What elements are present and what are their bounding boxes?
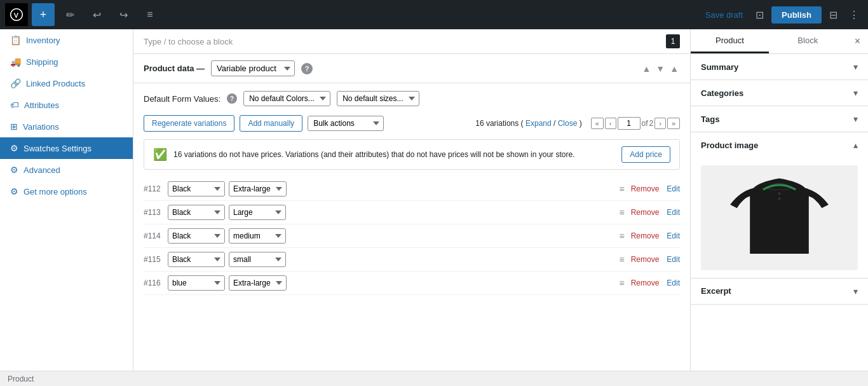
default-form-label: Default Form Values:: [144, 94, 220, 104]
edit-variation-link[interactable]: Edit: [667, 279, 680, 287]
preview-button[interactable]: ⊡: [752, 6, 768, 24]
sidebar-item-get-more-options[interactable]: ⚙ Get more options: [0, 181, 133, 202]
tags-section-header[interactable]: Tags ▾: [691, 106, 868, 132]
tab-product[interactable]: Product: [691, 29, 769, 53]
first-page-button[interactable]: «: [591, 118, 604, 129]
page-input[interactable]: [618, 117, 641, 130]
categories-section-header[interactable]: Categories ▾: [691, 80, 868, 106]
variation-id: #115: [144, 255, 164, 264]
sidebar-item-attributes[interactable]: 🏷 Attributes: [0, 94, 133, 116]
variation-color-select[interactable]: Black: [168, 228, 225, 244]
variation-id: #113: [144, 208, 164, 217]
collapse-down-button[interactable]: ▼: [654, 62, 666, 75]
drag-handle-icon[interactable]: ≡: [619, 184, 624, 194]
settings-button[interactable]: ⊟: [825, 6, 841, 24]
sidebar-item-label: Inventory: [26, 36, 60, 45]
product-type-select[interactable]: Variable product Simple product Grouped …: [211, 60, 295, 76]
attributes-icon: 🏷: [10, 100, 19, 110]
warning-text: 16 variations do not have prices. Variat…: [173, 150, 615, 159]
add-price-button[interactable]: Add price: [621, 146, 670, 163]
expand-link[interactable]: Expand: [526, 119, 552, 128]
left-navigation: 📋 Inventory 🚚 Shipping 🔗 Linked Products…: [0, 29, 133, 386]
default-colors-select[interactable]: No default Colors...: [243, 91, 330, 106]
product-data-label: Product data —: [144, 64, 205, 73]
chevron-down-icon: ▾: [853, 62, 858, 72]
variation-size-select[interactable]: Extra-large: [229, 181, 287, 196]
sidebar-item-inventory[interactable]: 📋 Inventory: [0, 29, 133, 51]
prev-page-button[interactable]: ‹: [605, 118, 616, 129]
variation-size-select[interactable]: small: [229, 252, 286, 267]
undo-button[interactable]: ↩: [85, 3, 108, 26]
tab-block[interactable]: Block: [769, 29, 847, 53]
more-options-button[interactable]: ⋮: [845, 6, 863, 24]
right-sidebar: Product Block × Summary ▾ Categories ▾ T…: [690, 29, 868, 386]
add-manually-button[interactable]: Add manually: [240, 115, 302, 132]
drag-handle-icon[interactable]: ≡: [619, 254, 624, 265]
remove-variation-link[interactable]: Remove: [631, 184, 660, 193]
remove-variation-link[interactable]: Remove: [631, 279, 660, 287]
summary-section-header[interactable]: Summary ▾: [691, 54, 868, 79]
sidebar-item-label: Get more options: [24, 187, 87, 196]
table-row: #115 Black small ≡ Remove Edit: [144, 248, 680, 272]
add-block-button[interactable]: +: [32, 3, 55, 26]
product-image-box[interactable]: [701, 165, 858, 270]
redo-button[interactable]: ↪: [112, 3, 135, 26]
edit-variation-link[interactable]: Edit: [667, 184, 680, 193]
next-page-button[interactable]: ›: [654, 118, 666, 129]
variations-icon: ⊞: [10, 121, 18, 132]
sidebar-item-shipping[interactable]: 🚚 Shipping: [0, 51, 133, 72]
sidebar-item-variations[interactable]: ⊞ Variations: [0, 116, 133, 137]
header-arrows: ▲ ▼ ▲: [641, 62, 680, 75]
drag-handle-icon[interactable]: ≡: [619, 207, 624, 217]
last-page-button[interactable]: »: [667, 118, 680, 129]
variation-size-select[interactable]: medium: [229, 228, 286, 244]
close-sidebar-button[interactable]: ×: [847, 29, 868, 53]
default-sizes-select[interactable]: No default sizes...: [337, 91, 419, 106]
variation-color-select[interactable]: Black: [168, 252, 225, 267]
tags-title: Tags: [701, 114, 719, 124]
variation-color-select[interactable]: blue: [168, 275, 225, 291]
warning-banner: ✅ 16 variations do not have prices. Vari…: [144, 139, 680, 170]
help-icon[interactable]: ?: [301, 63, 313, 74]
variation-size-select[interactable]: Extra-large: [229, 275, 287, 291]
variation-color-select[interactable]: Black: [168, 205, 225, 220]
default-form-help-icon[interactable]: ?: [227, 93, 237, 104]
top-toolbar: + ✏ ↩ ↪ ≡ Save draft ⊡ Publish ⊟ ⋮: [0, 0, 868, 29]
table-row: #116 blue Extra-large ≡ Remove Edit: [144, 272, 680, 295]
save-draft-button[interactable]: Save draft: [700, 8, 748, 22]
edit-button[interactable]: ✏: [58, 3, 81, 26]
collapse-up-button[interactable]: ▲: [641, 62, 652, 75]
svg-point-1: [778, 192, 780, 195]
wp-logo: [5, 3, 28, 26]
more-options-icon: ⚙: [10, 186, 18, 196]
drag-handle-icon[interactable]: ≡: [619, 278, 624, 288]
variation-rows-container: #112 Black Extra-large ≡ Remove Edit #11…: [144, 177, 680, 295]
sidebar-item-label: Swatches Settings: [24, 144, 92, 153]
close-product-data-button[interactable]: ▲: [668, 62, 680, 75]
drag-handle-icon[interactable]: ≡: [619, 231, 624, 241]
list-view-button[interactable]: ≡: [139, 3, 161, 26]
variations-count: 16 variations ( Expand / Close ): [475, 119, 581, 128]
excerpt-section-header[interactable]: Excerpt ▾: [691, 279, 868, 304]
pagination: « ‹ of 2 › »: [591, 117, 680, 130]
block-indicator: 1: [666, 34, 680, 48]
bulk-actions-select[interactable]: Bulk actions: [308, 116, 384, 131]
sidebar-item-linked-products[interactable]: 🔗 Linked Products: [0, 72, 133, 94]
edit-variation-link[interactable]: Edit: [667, 231, 680, 240]
sidebar-item-advanced[interactable]: ⚙ Advanced: [0, 159, 133, 181]
variation-color-select[interactable]: Black: [168, 181, 225, 196]
variation-id: #112: [144, 184, 164, 193]
remove-variation-link[interactable]: Remove: [631, 208, 660, 217]
sidebar-item-swatches-settings[interactable]: ⚙ Swatches Settings: [0, 137, 133, 159]
edit-variation-link[interactable]: Edit: [667, 208, 680, 217]
publish-button[interactable]: Publish: [771, 6, 822, 24]
variation-id: #114: [144, 231, 164, 240]
regenerate-variations-button[interactable]: Regenerate variations: [144, 115, 234, 132]
close-link[interactable]: Close: [558, 119, 578, 128]
shipping-icon: 🚚: [10, 57, 21, 67]
product-image-section-header[interactable]: Product image ▴: [691, 132, 868, 158]
remove-variation-link[interactable]: Remove: [631, 231, 660, 240]
remove-variation-link[interactable]: Remove: [631, 255, 660, 264]
variation-size-select[interactable]: Large: [229, 205, 286, 220]
edit-variation-link[interactable]: Edit: [667, 255, 680, 264]
